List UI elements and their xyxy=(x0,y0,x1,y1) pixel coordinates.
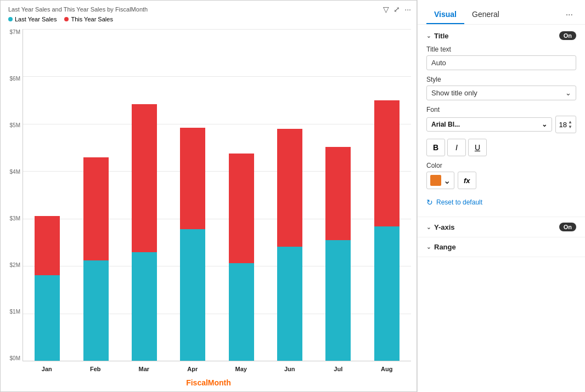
reset-row[interactable]: ↻ Reset to default xyxy=(426,195,576,210)
bar-group-jan xyxy=(31,216,64,361)
chart-toolbar: ▽ ⤢ ··· xyxy=(383,5,411,14)
y-axis-section[interactable]: ⌄ Y-axis On xyxy=(418,217,585,237)
title-toggle-button[interactable]: On xyxy=(559,31,576,40)
font-size-spinners[interactable]: ▲ ▼ xyxy=(568,120,572,129)
filter-icon[interactable]: ▽ xyxy=(383,5,389,14)
fx-button[interactable]: fx xyxy=(458,172,476,189)
underline-button[interactable]: U xyxy=(468,139,487,156)
legend-label-thisyear: This Year Sales xyxy=(71,16,113,22)
legend-label-lastyear: Last Year Sales xyxy=(15,16,57,22)
italic-label: I xyxy=(455,143,458,152)
bar-red-feb xyxy=(83,157,109,260)
chart-panel: ▽ ⤢ ··· Last Year Sales and This Year Sa… xyxy=(0,0,417,392)
reset-icon: ↻ xyxy=(426,198,433,207)
x-axis-title: FiscalMonth xyxy=(1,378,417,387)
bar-red-aug xyxy=(374,100,400,226)
style-dropdown-chevron-icon: ⌄ xyxy=(565,89,571,97)
color-controls: ⌄ fx xyxy=(426,172,576,189)
legend-item-lastyear: Last Year Sales xyxy=(8,16,57,22)
font-size-control[interactable]: 18 ▲ ▼ xyxy=(555,116,576,133)
bar-teal-jun xyxy=(277,247,302,361)
color-dropdown-chevron-icon: ⌄ xyxy=(443,175,451,186)
bar-teal-aug xyxy=(374,226,400,361)
color-label: Color xyxy=(426,162,576,169)
x-label-may: May xyxy=(224,366,257,372)
bar-stack-mar xyxy=(132,104,157,361)
style-row: Style Show title only ⌄ xyxy=(426,76,576,100)
bar-red-apr xyxy=(180,128,205,229)
title-section-label: Title xyxy=(434,32,449,40)
y-axis-toggle-button[interactable]: On xyxy=(559,223,576,231)
format-panel-tabs: Visual General ··· xyxy=(418,0,585,25)
tab-general[interactable]: General xyxy=(464,5,507,24)
range-section[interactable]: ⌄ Range xyxy=(418,237,585,257)
font-family-chevron-icon: ⌄ xyxy=(542,121,547,128)
title-section-header[interactable]: ⌄ Title On xyxy=(426,31,576,40)
chart-legend: Last Year Sales This Year Sales xyxy=(8,16,113,22)
bar-stack-feb xyxy=(83,157,109,361)
range-title: ⌄ Range xyxy=(426,243,456,251)
title-chevron-icon: ⌄ xyxy=(426,33,431,39)
font-controls-row: Arial Bl... ⌄ 18 ▲ ▼ xyxy=(426,116,576,133)
chart-title: Last Year Sales and This Year Sales by F… xyxy=(8,6,148,13)
style-buttons-row: B I U xyxy=(426,139,576,156)
bold-label: B xyxy=(433,143,438,152)
x-label-apr: Apr xyxy=(176,366,209,372)
font-row: Font Arial Bl... ⌄ 18 ▲ ▼ xyxy=(426,106,576,133)
bar-red-jul xyxy=(325,147,351,240)
range-label: Range xyxy=(434,243,456,251)
bar-stack-jan xyxy=(35,216,60,361)
bar-group-jul xyxy=(322,147,355,361)
bars-container xyxy=(22,29,411,361)
y-label-0m: $0M xyxy=(3,355,22,361)
reset-label: Reset to default xyxy=(436,198,482,206)
y-label-3m: $3M xyxy=(3,215,22,221)
format-panel: Visual General ··· ⌄ Title On Title text… xyxy=(417,0,585,392)
color-swatch xyxy=(430,175,441,186)
italic-button[interactable]: I xyxy=(447,139,466,156)
font-size-down-icon[interactable]: ▼ xyxy=(568,124,572,129)
title-text-label: Title text xyxy=(426,46,576,53)
tab-visual[interactable]: Visual xyxy=(426,5,464,24)
style-dropdown-value: Show title only xyxy=(431,89,477,97)
bold-button[interactable]: B xyxy=(426,139,445,156)
bar-teal-mar xyxy=(132,252,157,361)
bar-red-may xyxy=(229,154,254,263)
style-dropdown[interactable]: Show title only ⌄ xyxy=(426,86,576,100)
title-text-row: Title text xyxy=(426,46,576,70)
y-label-2m: $2M xyxy=(3,262,22,268)
font-family-value: Arial Bl... xyxy=(431,121,460,128)
font-label: Font xyxy=(426,106,576,113)
bar-teal-apr xyxy=(180,229,205,361)
legend-dot-lastyear xyxy=(8,17,13,21)
bar-group-may xyxy=(225,154,258,361)
font-family-dropdown[interactable]: Arial Bl... ⌄ xyxy=(426,117,552,132)
y-label-1m: $1M xyxy=(3,309,22,315)
chart-area-wrapper: $0M $1M $2M $3M $4M $5M $6M $7M xyxy=(1,29,417,361)
range-chevron-icon: ⌄ xyxy=(426,244,431,250)
title-text-input[interactable] xyxy=(426,55,576,70)
y-label-4m: $4M xyxy=(3,169,22,175)
legend-item-thisyear: This Year Sales xyxy=(64,16,113,22)
x-label-feb: Feb xyxy=(79,366,112,372)
x-label-jul: Jul xyxy=(322,366,355,372)
legend-dot-thisyear xyxy=(64,17,69,21)
tab-more-button[interactable]: ··· xyxy=(562,8,576,22)
bar-teal-jul xyxy=(325,240,351,361)
y-axis-title: ⌄ Y-axis xyxy=(426,223,455,231)
x-label-mar: Mar xyxy=(127,366,160,372)
y-label-6m: $6M xyxy=(3,76,22,82)
bar-stack-aug xyxy=(374,100,400,361)
color-swatch-button[interactable]: ⌄ xyxy=(426,172,454,189)
font-size-up-icon[interactable]: ▲ xyxy=(568,120,572,124)
color-row: Color ⌄ fx xyxy=(426,162,576,189)
more-icon[interactable]: ··· xyxy=(404,5,411,14)
bar-stack-jun xyxy=(277,129,302,361)
expand-icon[interactable]: ⤢ xyxy=(393,5,400,14)
underline-label: U xyxy=(475,143,480,152)
title-section: ⌄ Title On Title text Style Show title o… xyxy=(418,25,585,217)
x-label-aug: Aug xyxy=(370,366,403,372)
x-axis-labels: Jan Feb Mar Apr May Jun Jul Aug xyxy=(22,366,411,372)
bar-stack-may xyxy=(229,154,254,361)
y-axis-chevron-icon: ⌄ xyxy=(426,224,431,230)
